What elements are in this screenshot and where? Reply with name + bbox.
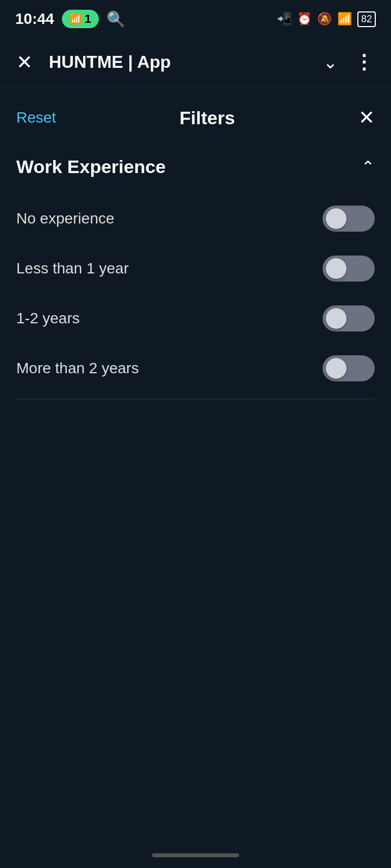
nfc-icon: 📲 xyxy=(277,12,292,26)
section-collapse-icon[interactable]: ⌃ xyxy=(361,157,375,176)
toggle-no-experience[interactable] xyxy=(323,206,375,232)
status-right: 📲 ⏰ 🔕 📶 82 xyxy=(277,11,376,27)
more-options-icon[interactable]: ⋮ xyxy=(354,51,375,74)
section-divider xyxy=(16,399,375,399)
option-label-more-than-2-years: More than 2 years xyxy=(16,360,139,377)
header-left: ✕ HUNTME | App xyxy=(16,52,171,72)
list-item: No experience xyxy=(16,194,375,244)
work-experience-section: Work Experience ⌃ No experience Less tha… xyxy=(0,145,391,399)
reset-button[interactable]: Reset xyxy=(16,109,56,126)
chevron-down-icon[interactable]: ⌄ xyxy=(323,52,338,73)
filter-close-button[interactable]: ✕ xyxy=(358,106,375,129)
list-item: More than 2 years xyxy=(16,343,375,393)
mute-icon: 🔕 xyxy=(317,12,332,26)
option-label-no-experience: No experience xyxy=(16,210,115,227)
alarm-icon: ⏰ xyxy=(297,12,312,26)
wifi-icon: 📶 xyxy=(70,13,81,25)
toggle-thumb xyxy=(326,358,346,379)
wifi-count: 1 xyxy=(85,12,91,26)
home-bar xyxy=(152,853,239,857)
status-bar: 10:44 📶 1 🔍 📲 ⏰ 🔕 📶 82 xyxy=(0,0,391,38)
battery-icon: 82 xyxy=(357,11,376,27)
app-header: ✕ HUNTME | App ⌄ ⋮ xyxy=(0,38,391,87)
signal-icon: 📶 xyxy=(337,12,352,26)
toggle-less-than-1-year[interactable] xyxy=(323,256,375,282)
toggle-thumb xyxy=(326,258,346,279)
app-close-button[interactable]: ✕ xyxy=(16,53,33,72)
status-time: 10:44 xyxy=(15,10,54,28)
toggle-1-2-years[interactable] xyxy=(323,305,375,331)
option-label-1-2-years: 1-2 years xyxy=(16,310,80,327)
wifi-badge: 📶 1 xyxy=(62,10,99,28)
header-right: ⌄ ⋮ xyxy=(323,51,375,74)
filter-title: Filters xyxy=(180,107,235,129)
list-item: 1-2 years xyxy=(16,293,375,343)
app-title: HUNTME | App xyxy=(49,52,171,72)
toggle-more-than-2-years[interactable] xyxy=(323,355,375,381)
section-title: Work Experience xyxy=(16,156,166,177)
filter-header: Reset Filters ✕ xyxy=(0,87,391,145)
option-label-less-than-1-year: Less than 1 year xyxy=(16,260,129,277)
toggle-thumb xyxy=(326,308,346,329)
status-left: 10:44 📶 1 🔍 xyxy=(15,10,125,28)
battery-level: 82 xyxy=(361,14,372,24)
search-icon[interactable]: 🔍 xyxy=(106,10,125,28)
toggle-thumb xyxy=(326,208,346,229)
list-item: Less than 1 year xyxy=(16,244,375,293)
section-header: Work Experience ⌃ xyxy=(16,156,375,177)
